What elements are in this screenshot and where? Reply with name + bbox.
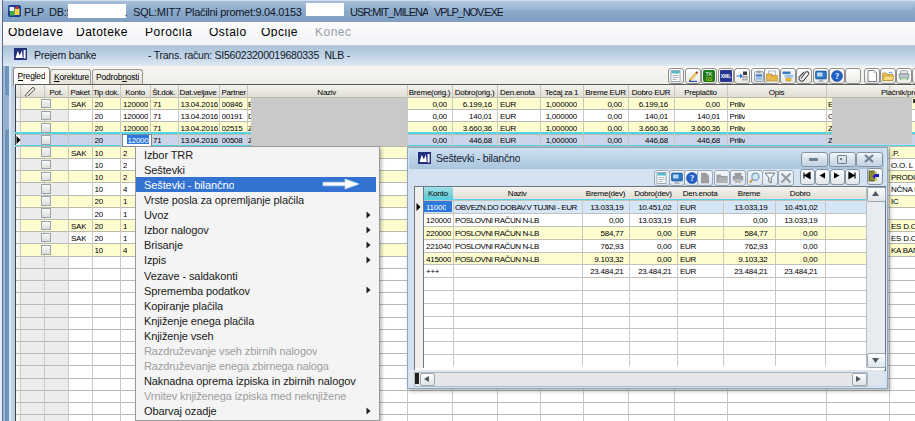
svg-text:?: ? xyxy=(834,71,838,81)
svg-text:GS: GS xyxy=(706,77,713,82)
svg-text:XML: XML xyxy=(720,73,731,79)
svg-text:?: ? xyxy=(690,173,694,183)
